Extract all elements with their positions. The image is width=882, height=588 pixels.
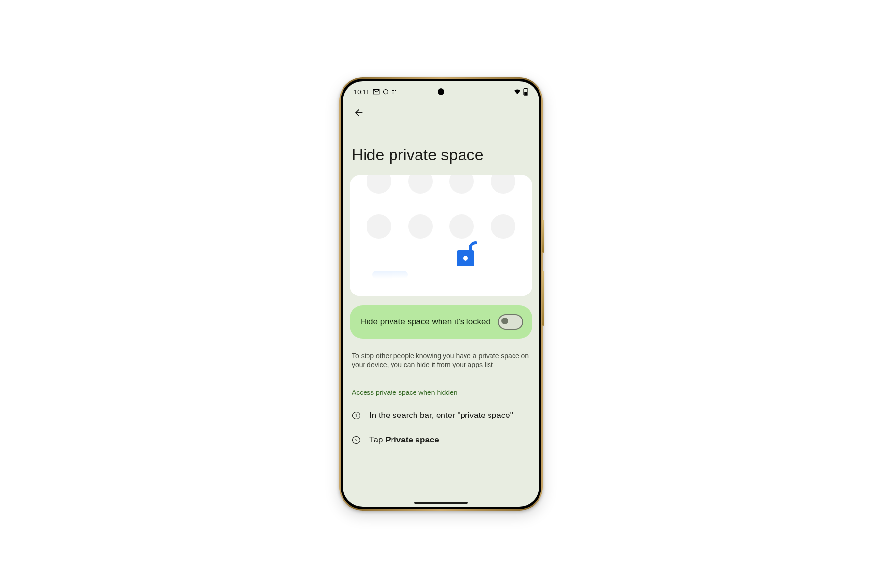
front-camera bbox=[438, 88, 444, 95]
wifi-icon bbox=[514, 88, 521, 95]
phone-frame: 10:11 bbox=[339, 77, 543, 511]
app-placeholder-icon bbox=[367, 175, 391, 194]
app-placeholder-icon bbox=[449, 214, 474, 239]
svg-point-8 bbox=[463, 256, 468, 261]
description-text: To stop other people knowing you have a … bbox=[352, 351, 530, 369]
dots-icon bbox=[392, 89, 397, 95]
svg-point-2 bbox=[395, 90, 396, 91]
step-2-bold: Private space bbox=[385, 435, 439, 444]
app-placeholder-icon bbox=[408, 175, 433, 194]
app-placeholder-icon bbox=[408, 214, 433, 239]
side-button-volume bbox=[542, 220, 544, 253]
svg-point-0 bbox=[383, 90, 388, 94]
step-1: 1 In the search bar, enter "private spac… bbox=[352, 410, 530, 421]
app-placeholder-icon bbox=[491, 214, 515, 239]
app-placeholder-icon bbox=[491, 175, 515, 194]
nav-pill[interactable] bbox=[414, 502, 468, 504]
svg-point-1 bbox=[392, 90, 394, 91]
svg-text:2: 2 bbox=[355, 438, 357, 442]
page-title: Hide private space bbox=[352, 146, 532, 164]
status-time: 10:11 bbox=[354, 88, 370, 96]
toggle-card: Hide private space when it's locked bbox=[350, 305, 532, 339]
unlock-icon bbox=[456, 239, 480, 270]
gmail-icon bbox=[373, 89, 380, 95]
back-button[interactable] bbox=[350, 104, 368, 122]
svg-rect-6 bbox=[524, 92, 527, 95]
toggle-knob bbox=[501, 318, 508, 324]
step-2-text: Tap Private space bbox=[369, 435, 439, 445]
hide-toggle[interactable] bbox=[498, 314, 523, 330]
svg-point-3 bbox=[392, 93, 393, 94]
toggle-label: Hide private space when it's locked bbox=[361, 317, 491, 327]
screen: 10:11 bbox=[343, 81, 539, 507]
battery-icon bbox=[523, 88, 528, 96]
step-1-icon: 1 bbox=[352, 411, 361, 420]
illustration-card bbox=[350, 175, 532, 296]
step-2-prefix: Tap bbox=[369, 435, 385, 444]
app-placeholder-icon bbox=[367, 214, 391, 239]
illustration-bar bbox=[372, 271, 408, 279]
step-2-icon: 2 bbox=[352, 436, 361, 444]
step-1-text: In the search bar, enter "private space" bbox=[369, 410, 513, 421]
circle-icon bbox=[383, 89, 389, 95]
app-placeholder-icon bbox=[449, 175, 474, 194]
side-button-power bbox=[542, 271, 544, 326]
app-bar bbox=[343, 102, 539, 123]
step-2: 2 Tap Private space bbox=[352, 435, 530, 445]
section-heading: Access private space when hidden bbox=[352, 389, 530, 396]
arrow-back-icon bbox=[353, 107, 364, 118]
svg-rect-5 bbox=[525, 88, 526, 89]
svg-text:1: 1 bbox=[355, 413, 357, 418]
